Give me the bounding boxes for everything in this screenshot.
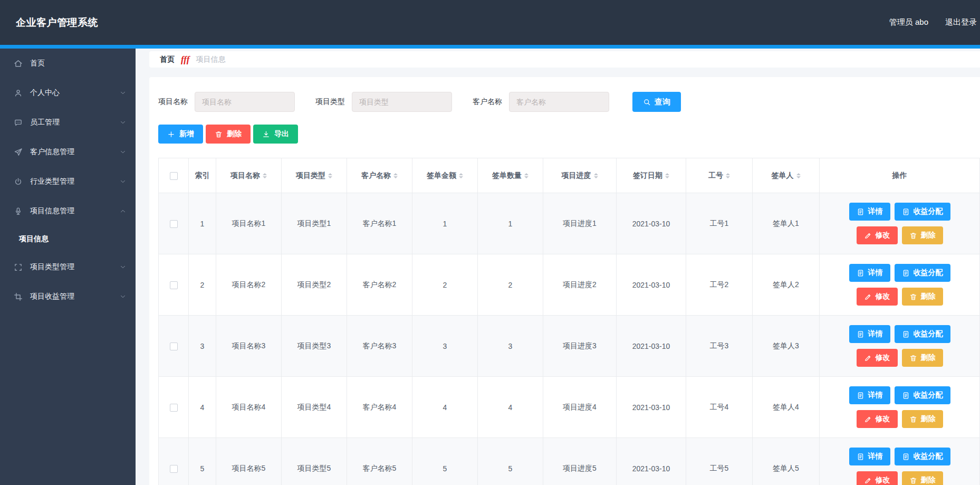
cell-project-type: 项目类型2	[282, 254, 347, 316]
column-header-label: 签单人	[772, 171, 794, 180]
profit-allocation-button[interactable]: 收益分配	[895, 264, 950, 282]
sidebar-item-label: 行业类型管理	[30, 177, 74, 186]
sidebar-item[interactable]: 首页	[0, 49, 136, 78]
select-all-checkbox[interactable]	[170, 172, 178, 180]
plus-icon	[167, 130, 175, 138]
sidebar-item-label: 项目信息	[19, 234, 49, 244]
sidebar-item[interactable]: 项目信息管理	[0, 196, 136, 226]
profit-allocation-button[interactable]: 收益分配	[895, 325, 950, 343]
sidebar-item-icon	[14, 118, 23, 127]
detail-button[interactable]: 详情	[849, 203, 890, 221]
edit-button[interactable]: 修改	[857, 226, 898, 244]
sort-icon[interactable]	[726, 173, 730, 178]
sort-icon[interactable]	[393, 173, 398, 178]
cell-project-name: 项目名称3	[216, 316, 282, 377]
sidebar-item[interactable]: 行业类型管理	[0, 167, 136, 196]
column-header: 项目名称	[216, 158, 282, 193]
search-input[interactable]	[352, 92, 452, 112]
column-header-label: 索引	[195, 171, 210, 180]
row-delete-button[interactable]: 删除	[902, 288, 943, 306]
cell-customer-name: 客户名称1	[347, 193, 412, 254]
pencil-icon	[864, 293, 872, 301]
column-header-label: 项目名称	[230, 171, 260, 180]
sidebar-item-label: 项目收益管理	[30, 292, 74, 301]
sort-icon[interactable]	[263, 173, 267, 178]
profit-allocation-button[interactable]: 收益分配	[895, 203, 950, 221]
cell-customer-name: 客户名称5	[347, 438, 412, 485]
cell-signer: 签单人3	[753, 316, 820, 377]
column-header: 签单金额	[412, 158, 478, 193]
sort-icon[interactable]	[328, 173, 332, 178]
cell-project-name: 项目名称1	[216, 193, 282, 254]
query-button[interactable]: 查询	[632, 92, 681, 112]
row-checkbox[interactable]	[170, 220, 178, 228]
table-row: 4 项目名称4 项目类型4 客户名称4 4 4 项目进度4 2021-03-10…	[159, 377, 980, 438]
detail-button[interactable]: 详情	[849, 264, 890, 282]
sidebar-nav: 首页 个人中心 员工管理 客户信息管理	[0, 49, 136, 485]
doc-icon	[857, 208, 864, 216]
sidebar-item[interactable]: 客户信息管理	[0, 137, 136, 167]
export-button[interactable]: 导出	[253, 125, 298, 144]
search-input[interactable]	[509, 92, 609, 112]
cell-worker-id: 工号1	[686, 193, 753, 254]
cell-signer: 签单人1	[753, 193, 820, 254]
doc-icon	[857, 453, 864, 461]
breadcrumb-home-link[interactable]: 首页	[160, 55, 175, 64]
sidebar-item-icon	[14, 148, 23, 157]
row-delete-button[interactable]: 删除	[902, 349, 943, 367]
detail-button[interactable]: 详情	[849, 448, 890, 465]
trash-icon	[909, 415, 917, 423]
edit-button[interactable]: 修改	[857, 288, 898, 306]
column-header-label: 项目类型	[296, 171, 325, 180]
logout-link[interactable]: 退出登录	[945, 17, 977, 27]
column-header-label: 操作	[892, 171, 907, 180]
sidebar-item[interactable]: 项目信息	[0, 226, 136, 252]
search-field-label: 项目类型	[315, 97, 345, 107]
detail-button[interactable]: 详情	[849, 386, 890, 404]
sort-icon[interactable]	[665, 173, 669, 178]
cell-project-progress: 项目进度4	[543, 377, 617, 438]
row-delete-button[interactable]: 删除	[902, 410, 943, 428]
cell-sign-quantity: 3	[478, 316, 543, 377]
row-checkbox[interactable]	[170, 281, 178, 289]
row-delete-button[interactable]: 删除	[902, 471, 943, 485]
cell-worker-id: 工号2	[686, 254, 753, 316]
pencil-icon	[864, 415, 872, 423]
sidebar-item-icon	[14, 177, 23, 186]
sort-icon[interactable]	[524, 173, 529, 178]
current-user-label[interactable]: 管理员 abo	[889, 17, 928, 27]
column-header-label: 项目进度	[562, 171, 591, 180]
sort-icon[interactable]	[459, 173, 463, 178]
row-checkbox[interactable]	[170, 465, 178, 473]
cell-project-progress: 项目进度3	[543, 316, 617, 377]
cell-signer: 签单人4	[753, 377, 820, 438]
sort-icon[interactable]	[796, 173, 801, 178]
trash-icon	[909, 232, 917, 240]
edit-button[interactable]: 修改	[857, 410, 898, 428]
profit-allocation-button[interactable]: 收益分配	[895, 448, 950, 465]
sidebar-item[interactable]: 项目类型管理	[0, 252, 136, 282]
edit-button[interactable]: 修改	[857, 349, 898, 367]
cell-sign-amount: 2	[412, 254, 478, 316]
sidebar-item[interactable]: 员工管理	[0, 108, 136, 137]
batch-delete-button[interactable]: 删除	[206, 125, 251, 144]
edit-button[interactable]: 修改	[857, 471, 898, 485]
cell-worker-id: 工号4	[686, 377, 753, 438]
sidebar-item[interactable]: 个人中心	[0, 78, 136, 108]
search-input[interactable]	[195, 92, 295, 112]
column-header: 签单数量	[478, 158, 543, 193]
doc-icon	[857, 330, 864, 338]
detail-button[interactable]: 详情	[849, 325, 890, 343]
sort-icon[interactable]	[594, 173, 598, 178]
column-header-label: 签单金额	[427, 171, 456, 180]
sidebar-item[interactable]: 项目收益管理	[0, 282, 136, 311]
cell-customer-name: 客户名称3	[347, 316, 412, 377]
profit-allocation-button[interactable]: 收益分配	[895, 386, 950, 404]
row-checkbox[interactable]	[170, 404, 178, 412]
row-checkbox[interactable]	[170, 343, 178, 350]
add-button[interactable]: 新增	[158, 125, 203, 144]
search-field-group: 客户名称	[473, 92, 630, 112]
row-delete-button[interactable]: 删除	[902, 226, 943, 244]
cell-actions: 详情 收益分配	[820, 254, 980, 316]
download-icon	[262, 130, 270, 138]
